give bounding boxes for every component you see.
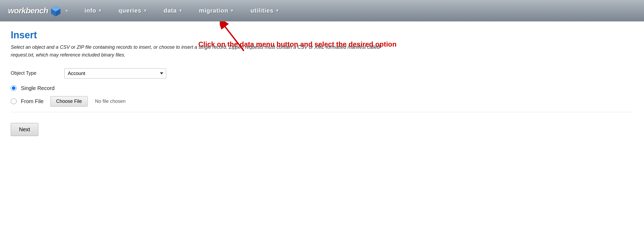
nav-item-data[interactable]: data ▼ [164,7,183,14]
object-type-select[interactable]: Account Contact Lead Opportunity Case [64,68,166,78]
navbar: workbench ▼ info ▼ queries ▼ data ▼ migr… [0,0,644,21]
utilities-dropdown-arrow: ▼ [275,8,280,13]
no-file-text: No file chosen [95,99,126,104]
annotation-arrow-icon [220,21,252,54]
from-file-label[interactable]: From File [21,98,43,104]
brand-text: workbench [8,6,48,15]
insert-form: Object Type Account Contact Lead Opportu… [11,68,633,136]
main-content: Click on the data menu button and select… [0,21,644,144]
choose-file-button[interactable]: Choose File [50,96,87,107]
brand-dropdown-arrow[interactable]: ▼ [65,9,68,13]
nav-item-migration[interactable]: migration ▼ [199,7,234,14]
single-record-radio[interactable] [11,85,17,91]
divider [11,112,633,112]
brand[interactable]: workbench ▼ [8,5,68,16]
from-file-row: From File Choose File No file chosen [11,96,633,107]
object-type-row: Object Type Account Contact Lead Opportu… [11,68,633,78]
object-type-label: Object Type [11,70,64,76]
single-record-row: Single Record [11,85,633,91]
from-file-radio[interactable] [11,98,17,104]
annotation-area: Click on the data menu button and select… [188,24,644,48]
data-dropdown-arrow: ▼ [178,8,183,13]
cube-icon [50,5,61,16]
migration-dropdown-arrow: ▼ [230,8,234,13]
svg-line-5 [225,27,244,51]
nav-item-info[interactable]: info ▼ [84,7,102,14]
radio-section: Single Record From File Choose File No f… [11,85,633,107]
info-dropdown-arrow: ▼ [98,8,103,13]
next-button[interactable]: Next [11,123,38,136]
nav-menu: info ▼ queries ▼ data ▼ migration ▼ util… [84,7,280,14]
nav-item-utilities[interactable]: utilities ▼ [251,7,280,14]
queries-dropdown-arrow: ▼ [143,8,148,13]
single-record-label[interactable]: Single Record [21,85,55,91]
nav-item-queries[interactable]: queries ▼ [118,7,147,14]
